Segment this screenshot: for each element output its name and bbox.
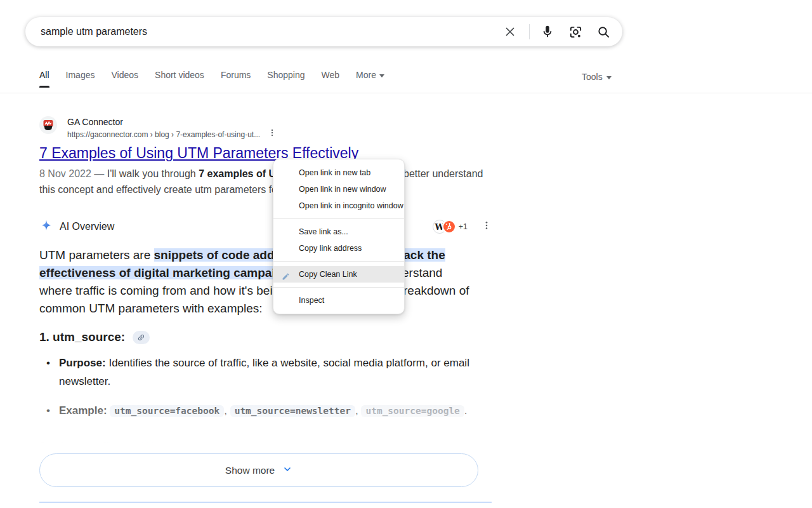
ai-sparkle-icon	[39, 218, 53, 235]
purpose-bullet: Purpose: Identifies the source of traffi…	[39, 354, 483, 391]
code-chip: utm_source=newsletter	[230, 405, 355, 417]
code-chip: utm_source=google	[361, 405, 464, 417]
citation-link-icon	[140, 440, 157, 453]
search-bar[interactable]: sample utm parameters	[25, 17, 622, 46]
hubspot-favicon[interactable]	[442, 220, 456, 234]
citation-link-icon[interactable]	[133, 331, 150, 344]
tab-shopping[interactable]: Shopping	[267, 70, 304, 88]
chevron-down-icon	[282, 464, 292, 477]
menu-item-inspect[interactable]: Inspect	[273, 292, 404, 309]
menu-item-copy-clean-link[interactable]: Copy Clean Link	[273, 266, 404, 283]
menu-separator	[273, 287, 404, 288]
result-type-tabs: All Images Videos Short videos Forums Sh…	[39, 70, 384, 88]
ai-overview-paragraph: UTM parameters are snippets of code adde…	[39, 246, 477, 318]
menu-separator	[273, 261, 404, 262]
site-name[interactable]: GA Connector	[67, 116, 277, 128]
clean-link-pencil-icon	[282, 270, 290, 286]
breadcrumb: https://gaconnector.com › blog › 7-examp…	[67, 128, 277, 140]
extra-sources-count[interactable]: +1	[459, 222, 468, 231]
utm-source-bullets: Purpose: Identifies the source of traffi…	[39, 354, 483, 431]
result-more-icon[interactable]	[268, 128, 277, 140]
search-icon[interactable]	[596, 24, 611, 39]
menu-item-open-new-window[interactable]: Open link in new window	[273, 181, 404, 197]
menu-item-save-link-as[interactable]: Save link as...	[273, 224, 404, 240]
site-favicon	[39, 116, 57, 134]
tab-short-videos[interactable]: Short videos	[155, 70, 204, 88]
snippet-date: 8 Nov 2022 —	[39, 168, 107, 179]
ai-overview-more-icon[interactable]	[481, 220, 492, 233]
search-input[interactable]: sample utm parameters	[41, 26, 502, 37]
header-divider	[0, 93, 812, 93]
code-chip: utm_source=facebook	[110, 405, 224, 417]
tab-web[interactable]: Web	[322, 70, 340, 88]
tab-images[interactable]: Images	[66, 70, 95, 88]
tab-more[interactable]: More	[356, 70, 384, 88]
voice-search-icon[interactable]	[540, 24, 555, 39]
menu-separator	[273, 218, 404, 219]
result-header: GA Connector https://gaconnector.com › b…	[39, 116, 277, 140]
tab-forums[interactable]: Forums	[221, 70, 251, 88]
utm-medium-heading: 2. utm_medium:	[39, 439, 157, 453]
ai-overview-header: AI Overview W +1	[39, 218, 492, 235]
search-divider	[529, 24, 530, 39]
show-more-button[interactable]: Show more	[39, 453, 478, 487]
example-bullet: Example: utm_source=facebook, utm_source…	[39, 401, 483, 420]
clear-search-icon[interactable]	[502, 24, 518, 39]
result-snippet: 8 Nov 2022 — I'll walk you through 7 exa…	[39, 166, 487, 197]
link-context-menu: Open link in new tab Open link in new wi…	[273, 159, 405, 314]
chevron-down-icon	[379, 74, 384, 77]
tools-menu[interactable]: Tools	[582, 72, 612, 82]
tab-videos[interactable]: Videos	[111, 70, 138, 88]
ai-overview-label: AI Overview	[60, 221, 114, 232]
menu-item-open-incognito[interactable]: Open link in incognito window	[273, 197, 404, 214]
chevron-down-icon	[606, 76, 612, 79]
utm-source-heading: 1. utm_source:	[39, 330, 150, 344]
menu-item-open-new-tab[interactable]: Open link in new tab	[273, 164, 404, 181]
next-card-top-border	[39, 502, 492, 503]
tab-all[interactable]: All	[39, 70, 49, 88]
lens-search-icon[interactable]	[568, 24, 583, 39]
menu-item-copy-link-address[interactable]: Copy link address	[273, 240, 404, 257]
